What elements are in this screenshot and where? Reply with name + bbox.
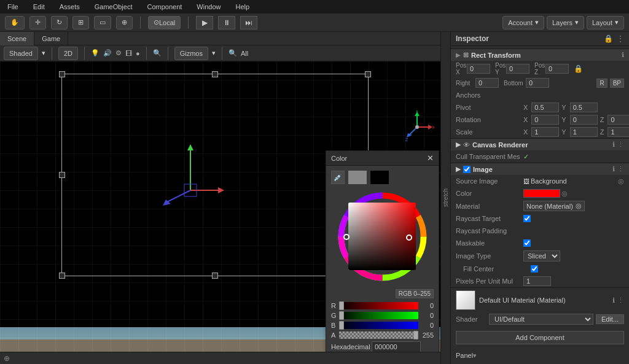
tab-game[interactable]: Game [34, 32, 68, 45]
source-image-pick-icon[interactable]: ◎ [618, 177, 624, 185]
cull-check-icon: ✓ [523, 153, 529, 161]
material-preview-box [456, 290, 475, 310]
fill-center-checkbox[interactable] [531, 265, 538, 273]
maskable-checkbox[interactable] [523, 239, 531, 247]
move-tool-btn[interactable]: ✛ [29, 16, 46, 29]
multi-tool-btn[interactable]: ⊕ [116, 16, 133, 29]
material-pick-icon[interactable]: ◎ [576, 202, 582, 210]
canvas-renderer-header[interactable]: ▶ 👁 Canvas Renderer ℹ ⋮ [451, 138, 629, 150]
g-slider[interactable] [339, 312, 418, 319]
image-checkbox[interactable] [463, 166, 471, 173]
rect-transform-info-icon[interactable]: ℹ [622, 51, 624, 59]
rect-transform-icon: ⊞ [463, 51, 469, 59]
rgb-mode-btn[interactable]: RGB 0–255 [396, 289, 434, 298]
material-menu-icon[interactable]: ⋮ [617, 296, 624, 304]
top-right-toolbar: Account ▾ Layers ▾ Layout ▾ [502, 16, 624, 29]
pixels-field[interactable] [523, 276, 551, 286]
rect-transform-section: ▶ ⊞ Rect Transform ℹ Pos X Pos Y Pos Z [451, 48, 629, 138]
menu-edit[interactable]: Edit [31, 2, 47, 12]
rect-bp-btn[interactable]: BP [610, 79, 624, 88]
pivot-x-label: X [523, 104, 528, 111]
account-button[interactable]: Account ▾ [502, 16, 544, 29]
scene-content[interactable]: Y X Z [0, 61, 440, 352]
lock-icon[interactable]: 🔒 [574, 64, 583, 73]
canvas-renderer-menu-icon[interactable]: ⋮ [617, 141, 624, 149]
pivot-x-field[interactable] [531, 103, 559, 112]
a-value: 255 [421, 331, 434, 339]
scale-x-field[interactable] [531, 127, 559, 137]
shader-label: Shader [456, 316, 486, 323]
menu-help[interactable]: Help [233, 2, 252, 12]
menu-gameobject[interactable]: GameObject [92, 2, 135, 12]
a-slider[interactable] [339, 331, 418, 339]
right-field[interactable] [475, 78, 499, 88]
inspector-menu-icon[interactable]: ⋮ [617, 34, 624, 43]
raycast-target-checkbox[interactable] [523, 215, 531, 222]
rect-r-btn[interactable]: R [596, 79, 607, 88]
image-info-icon[interactable]: ℹ [612, 165, 615, 173]
layout-button[interactable]: Layout ▾ [587, 16, 624, 29]
a-slider-row: A 255 [331, 331, 434, 339]
canvas-renderer-info-icon[interactable]: ℹ [612, 141, 615, 149]
canvas-renderer-eye-icon[interactable]: 👁 [463, 141, 470, 149]
inspector-panel: Inspector 🔒 ⋮ ▶ ⊞ Rect Transform ℹ Pos X [451, 32, 629, 364]
local-toggle-btn[interactable]: ⊙ Local [148, 16, 181, 29]
gizmos-btn[interactable]: Gizmos [174, 47, 208, 60]
image-type-dropdown[interactable]: Sliced Simple Tiled Filled [523, 250, 560, 261]
r-slider[interactable] [339, 302, 418, 309]
image-header[interactable]: ▶ Image ℹ ⋮ [451, 163, 629, 175]
tab-scene[interactable]: Scene [0, 32, 34, 45]
zoom-icon[interactable]: ⊕ [4, 354, 10, 363]
color-pick-icon[interactable]: ◎ [561, 190, 568, 198]
material-value: None (Material) [526, 203, 573, 210]
shader-edit-btn[interactable]: Edit... [596, 314, 624, 324]
menu-component[interactable]: Component [144, 2, 184, 12]
pause-button[interactable]: ⏸ [218, 16, 235, 29]
hex-input[interactable] [372, 341, 421, 352]
inspector-lock-icon[interactable]: 🔒 [604, 34, 613, 43]
pos-z-field[interactable] [545, 64, 569, 74]
shader-dropdown[interactable]: UI/Default [489, 314, 593, 325]
scale-y-field[interactable] [570, 127, 598, 137]
rot-x-field[interactable] [531, 115, 559, 125]
material-dropdown[interactable]: None (Material) ◎ [523, 201, 585, 211]
menu-window[interactable]: Window [194, 2, 223, 12]
scale-tool-btn[interactable]: ⊞ [72, 16, 89, 29]
scale-z-field[interactable] [608, 127, 629, 137]
rot-z-field[interactable] [608, 115, 629, 125]
menu-file[interactable]: File [5, 2, 21, 12]
rect-transform-header[interactable]: ▶ ⊞ Rect Transform ℹ [451, 49, 629, 61]
bottom-field[interactable] [526, 78, 549, 88]
source-image-icon: 🖼 [523, 178, 529, 185]
color-sat-box[interactable] [348, 203, 416, 270]
2d-btn[interactable]: 2D [58, 47, 78, 60]
color-wheel-container[interactable] [335, 189, 430, 284]
play-button[interactable]: ▶ [196, 16, 213, 29]
eyedropper-button[interactable]: 💉 [331, 171, 345, 184]
shaded-btn[interactable]: Shaded [4, 47, 38, 60]
pos-x-field[interactable] [467, 64, 490, 74]
pos-z-pair: Pos Z [534, 62, 569, 76]
pos-y-field[interactable] [506, 64, 529, 74]
color-swatch-btn[interactable] [523, 189, 560, 198]
color-panel-header: Color ✕ [326, 151, 439, 166]
pivot-y-field[interactable] [570, 103, 598, 112]
menu-assets[interactable]: Assets [57, 2, 82, 12]
layers-button[interactable]: Layers ▾ [547, 16, 584, 29]
add-component-btn[interactable]: Add Component [456, 331, 624, 344]
source-image-label: Source Image [456, 177, 523, 185]
svg-marker-11 [187, 144, 193, 150]
rot-y-field[interactable] [570, 115, 598, 125]
sep1 [140, 17, 141, 29]
rect-tool-btn[interactable]: ▭ [94, 16, 111, 29]
step-button[interactable]: ⏭ [240, 16, 257, 29]
rotate-tool-btn[interactable]: ↻ [51, 16, 68, 29]
image-menu-icon[interactable]: ⋮ [617, 165, 624, 173]
material-info-icon[interactable]: ℹ [612, 296, 615, 304]
pos-x-label: Pos X [456, 62, 464, 76]
hand-tool-btn[interactable]: ✋ [5, 16, 25, 29]
svg-text:Y: Y [415, 110, 419, 114]
b-slider[interactable] [339, 322, 418, 329]
sat-cursor [406, 234, 412, 241]
color-panel-close-btn[interactable]: ✕ [427, 153, 434, 163]
